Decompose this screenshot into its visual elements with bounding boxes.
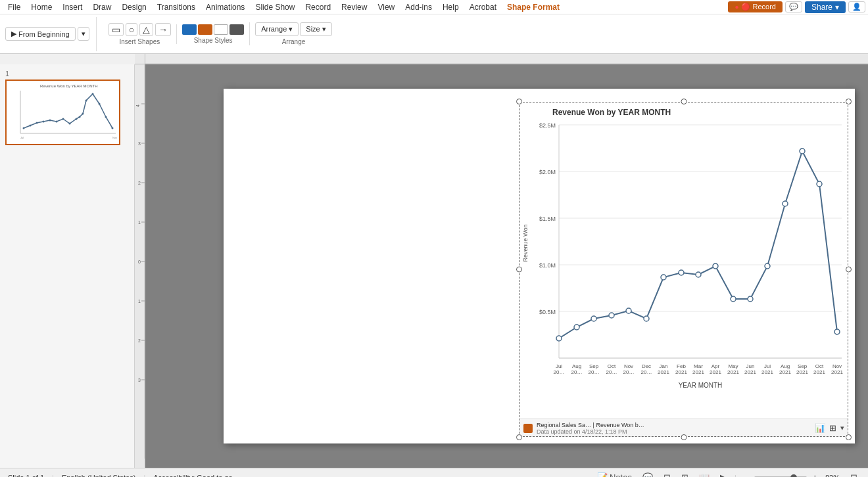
selection-handle-tr[interactable] [846, 99, 852, 104]
svg-text:2021: 2021 [779, 369, 791, 375]
svg-text:$2.5M: $2.5M [539, 122, 556, 129]
svg-text:Revenue Won: Revenue Won [522, 225, 529, 262]
shape-style-4[interactable] [229, 24, 244, 35]
size-btn[interactable]: Size ▾ [300, 22, 331, 36]
profile-button[interactable]: 👤 [848, 1, 865, 12]
comment-button[interactable]: 💬 [785, 1, 802, 12]
shape-style-2[interactable] [198, 24, 212, 35]
status-bar: Slide 1 of 1 | English (United States) |… [0, 468, 868, 477]
menu-shapeformat[interactable]: Shape Format [502, 1, 565, 13]
menu-acrobat[interactable]: Acrobat [464, 1, 502, 13]
share-button[interactable]: Share ▾ [805, 1, 846, 13]
slide-thumbnail[interactable]: Revenue Won by YEAR MONTH [5, 80, 120, 145]
svg-text:Jul: Jul [20, 136, 24, 139]
toolbar: ▶ From Beginning ▾ ▭ ○ △ → Insert Shapes… [0, 14, 868, 54]
selection-handle-bm[interactable] [681, 434, 687, 440]
svg-text:YEAR MONTH: YEAR MONTH [679, 382, 723, 389]
arrange-btn[interactable]: Arrange ▾ [255, 22, 299, 36]
chart-dropdown-icon[interactable]: ▾ [840, 424, 844, 432]
svg-text:1: 1 [138, 299, 141, 304]
svg-text:Nov: Nov [832, 363, 842, 369]
menu-addins[interactable]: Add-ins [400, 1, 437, 13]
zoom-level[interactable]: 82% [823, 474, 842, 478]
menu-insert[interactable]: Insert [57, 1, 87, 13]
svg-text:Apr: Apr [711, 363, 720, 369]
svg-text:1: 1 [138, 220, 141, 225]
zoom-in-button[interactable]: + [809, 471, 820, 477]
shape-oval-btn[interactable]: ○ [126, 23, 137, 36]
svg-point-67 [765, 263, 770, 269]
shape-style-1[interactable] [182, 24, 197, 35]
from-beginning-dropdown[interactable]: ▾ [78, 27, 89, 41]
svg-point-8 [42, 121, 44, 123]
selection-handle-mr[interactable] [846, 267, 852, 273]
svg-text:Nov: Nov [112, 136, 117, 139]
chart-title: Revenue Won by YEAR MONTH [552, 108, 671, 117]
svg-text:Aug: Aug [781, 363, 790, 369]
menu-view[interactable]: View [372, 1, 400, 13]
shape-format-toolbar: ▭ ○ △ → Insert Shapes Shape Styles Arran… [103, 22, 332, 45]
svg-text:2021: 2021 [710, 369, 721, 375]
svg-point-13 [75, 118, 77, 120]
slide-sorter-button[interactable]: ⊞ [679, 471, 691, 477]
selection-handle-br[interactable] [846, 434, 852, 440]
slide[interactable]: Revenue Won by YEAR MONTH [224, 89, 855, 443]
zoom-controls: − + 82% [742, 471, 842, 477]
menu-draw[interactable]: Draw [87, 1, 116, 13]
zoom-out-button[interactable]: − [742, 471, 752, 477]
svg-text:20…: 20… [571, 369, 583, 375]
svg-point-7 [36, 122, 37, 124]
vertical-ruler: 4 3 2 1 0 1 2 3 [135, 64, 145, 468]
chart-options-icon[interactable]: ⊞ [829, 423, 836, 433]
svg-point-5 [22, 127, 24, 129]
shape-triangle-btn[interactable]: △ [139, 23, 153, 36]
record-button[interactable]: ● 🔴 Record [728, 1, 783, 12]
normal-view-button[interactable]: ⊡ [661, 471, 673, 477]
svg-text:2021: 2021 [813, 369, 825, 375]
svg-point-58 [609, 313, 614, 318]
svg-point-70 [817, 181, 822, 187]
accessibility-check: Accessibility: Good to go [153, 474, 232, 478]
presentation-view-button[interactable]: ▶ [717, 471, 729, 477]
menu-design[interactable]: Design [116, 1, 151, 13]
menu-record[interactable]: Record [300, 1, 336, 13]
svg-point-60 [644, 316, 649, 321]
status-separator-3: | [735, 474, 736, 478]
svg-point-63 [696, 272, 701, 277]
svg-text:Jul: Jul [764, 363, 771, 369]
menu-home[interactable]: Home [26, 1, 57, 13]
chart-type-icon[interactable]: 📊 [815, 423, 825, 433]
selection-handle-bl[interactable] [516, 434, 522, 440]
selection-handle-ml[interactable] [516, 267, 522, 273]
selection-handle-tl[interactable] [516, 99, 522, 104]
menu-animations[interactable]: Animations [201, 1, 250, 13]
comments-view-button[interactable]: 💬 [640, 471, 656, 477]
menu-slideshow[interactable]: Slide Show [250, 1, 300, 13]
notes-button[interactable]: 📝 Notes [594, 471, 635, 477]
shape-rect-btn[interactable]: ▭ [108, 23, 124, 36]
svg-point-14 [78, 116, 80, 118]
from-beginning-group: ▶ From Beginning ▾ [5, 27, 89, 41]
svg-text:$0.5M: $0.5M [539, 309, 556, 315]
menu-file[interactable]: File [3, 1, 26, 13]
shape-arrow-btn[interactable]: → [155, 23, 171, 36]
svg-text:Dec: Dec [642, 363, 651, 369]
from-beginning-button[interactable]: ▶ From Beginning [5, 27, 76, 41]
notes-label: Notes [610, 472, 632, 477]
menu-transitions[interactable]: Transitions [152, 1, 201, 13]
fit-slide-button[interactable]: ⊡ [848, 471, 860, 477]
menu-review[interactable]: Review [336, 1, 372, 13]
slide-number: 1 [5, 70, 129, 78]
menu-help[interactable]: Help [437, 1, 464, 13]
data-source-updated: Data updated on 4/18/22, 1:18 PM [537, 428, 644, 435]
language-indicator[interactable]: English (United States) [62, 474, 136, 478]
selection-handle-tm[interactable] [681, 99, 687, 104]
slideshow-toolbar-section: ▶ From Beginning ▾ [5, 17, 97, 51]
svg-text:Feb: Feb [677, 363, 686, 369]
shapes-row: ▭ ○ △ → [108, 23, 171, 36]
menu-bar-right: ● 🔴 Record 💬 Share ▾ 👤 [728, 1, 865, 13]
reading-view-button[interactable]: 📖 [696, 471, 712, 477]
shape-style-3[interactable] [214, 24, 228, 35]
chart-object[interactable]: Revenue Won by YEAR MONTH [519, 102, 848, 437]
svg-point-56 [574, 325, 579, 330]
